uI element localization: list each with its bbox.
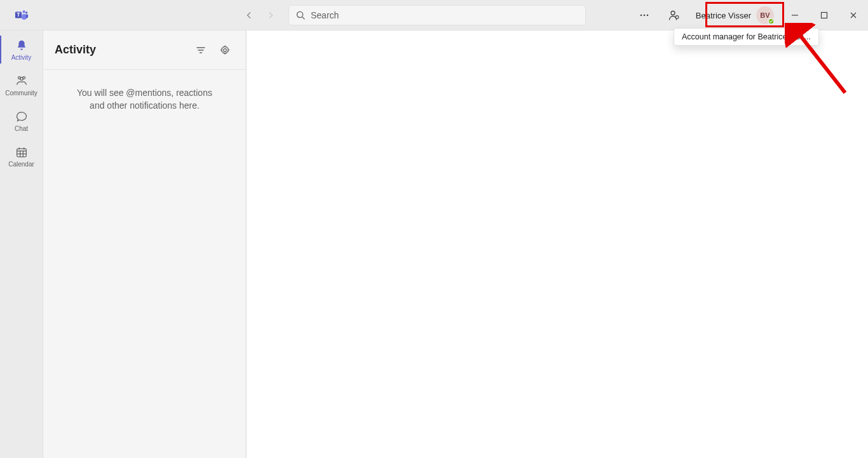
people-button[interactable]: [659, 0, 688, 30]
nav-forward-button[interactable]: [262, 6, 280, 24]
empty-line-1: You will see @mentions, reactions: [77, 88, 212, 98]
minimize-icon: [791, 11, 799, 19]
history-nav: [240, 6, 280, 24]
titlebar-right: Beatrice Visser BV: [630, 0, 868, 30]
search-box[interactable]: [288, 5, 586, 25]
svg-text:T: T: [17, 12, 20, 18]
rail-item-label: Calendar: [8, 161, 34, 168]
svg-rect-12: [822, 13, 827, 18]
svg-line-5: [302, 17, 304, 18]
panel-empty-state: You will see @mentions, reactions and ot…: [43, 70, 246, 129]
rail-item-label: Chat: [15, 125, 28, 132]
empty-line-2: and other notifications here.: [90, 100, 200, 111]
window-close-button[interactable]: [839, 0, 868, 30]
calendar-icon: [15, 145, 29, 159]
window-maximize-button[interactable]: [810, 0, 839, 30]
community-icon: [15, 74, 29, 88]
teams-logo: T: [0, 8, 43, 22]
svg-rect-17: [17, 149, 26, 157]
gear-icon: [219, 44, 231, 56]
person-icon: [667, 9, 680, 22]
chevron-left-icon: [245, 11, 254, 20]
settings-button[interactable]: [215, 41, 234, 60]
rail-item-calendar[interactable]: Calendar: [0, 138, 43, 174]
filter-button[interactable]: [191, 41, 210, 60]
svg-point-27: [224, 48, 227, 51]
maximize-icon: [820, 11, 828, 19]
search-input[interactable]: [311, 10, 579, 20]
window-minimize-button[interactable]: [780, 0, 810, 30]
filter-icon: [196, 45, 206, 55]
chat-icon: [15, 110, 29, 124]
search-icon: [295, 10, 306, 20]
close-icon: [850, 11, 857, 19]
account-button[interactable]: Beatrice Visser BV: [689, 3, 779, 28]
ellipsis-icon: [639, 10, 649, 20]
bell-icon: [15, 39, 29, 53]
titlebar: T: [0, 0, 868, 30]
nav-back-button[interactable]: [240, 6, 258, 24]
svg-point-2: [22, 10, 25, 13]
rail-item-activity[interactable]: Activity: [0, 32, 43, 67]
more-button[interactable]: [630, 0, 659, 30]
panel-header: Activity: [43, 30, 246, 70]
presence-available-icon: [768, 18, 775, 25]
avatar: BV: [756, 6, 774, 24]
rail-item-community[interactable]: Community: [0, 67, 43, 103]
rail-item-chat[interactable]: Chat: [0, 103, 43, 138]
svg-point-9: [671, 11, 675, 15]
svg-point-3: [25, 11, 27, 13]
activity-panel: Activity You will see @mentions, reactio…: [43, 30, 247, 458]
svg-point-8: [647, 15, 649, 17]
svg-point-7: [644, 15, 646, 17]
app-rail: Activity Community Chat Calendar: [0, 30, 43, 458]
svg-point-10: [675, 16, 679, 19]
main-canvas: [247, 30, 868, 458]
account-name: Beatrice Visser: [696, 11, 751, 20]
teams-icon: T: [15, 8, 29, 22]
rail-item-label: Community: [5, 90, 37, 97]
svg-point-6: [641, 15, 642, 17]
rail-item-label: Activity: [11, 54, 32, 61]
panel-title: Activity: [55, 43, 186, 57]
chevron-right-icon: [266, 11, 275, 20]
account-tooltip: Account manager for Beatrice Viss...: [674, 28, 819, 46]
svg-point-16: [20, 77, 22, 79]
